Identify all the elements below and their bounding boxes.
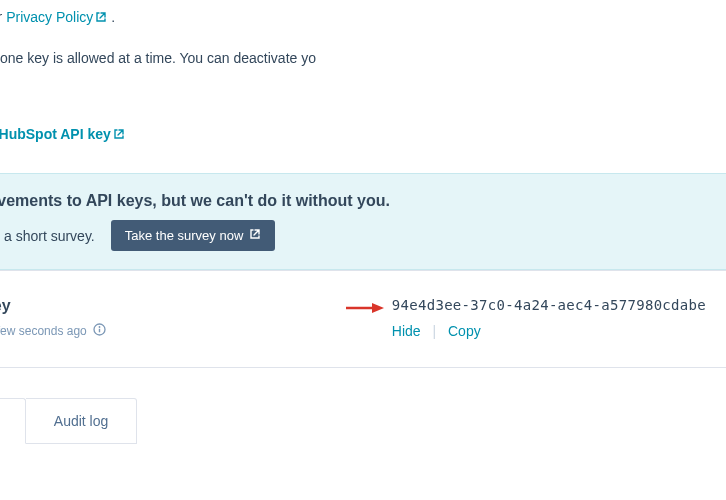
tab-audit-log[interactable]: Audit log xyxy=(26,398,137,444)
banner-subtitle: ovide your feedback in a short survey. xyxy=(0,228,95,244)
external-link-icon xyxy=(95,7,107,29)
learn-more-link[interactable]: e about the HubSpot API key xyxy=(0,126,125,142)
svg-rect-2 xyxy=(99,329,100,333)
take-survey-button[interactable]: Take the survey now xyxy=(111,220,276,251)
hide-key-button[interactable]: Hide xyxy=(392,323,421,339)
info-icon[interactable] xyxy=(93,323,106,339)
tabs: g Audit log xyxy=(0,398,726,444)
svg-marker-4 xyxy=(372,303,384,313)
banner-title: We're planning some big improvements to … xyxy=(0,192,706,210)
arrow-icon xyxy=(344,301,384,317)
api-key-heading: e API key xyxy=(0,297,106,315)
api-key-value: 94e4d3ee-37c0-4a24-aec4-a577980cdabe xyxy=(392,297,706,313)
api-key-updated: updated a few seconds ago xyxy=(0,323,106,339)
intro-paragraph-1: n, see our Privacy Policy . xyxy=(0,6,726,29)
intro-paragraph-2: s specific to a HubSpot account, not an … xyxy=(0,47,726,69)
intro-text-suffix: . xyxy=(107,9,115,25)
svg-point-1 xyxy=(98,326,100,328)
feedback-banner: We're planning some big improvements to … xyxy=(0,173,726,270)
external-link-icon xyxy=(113,127,125,143)
api-key-section: e API key updated a few seconds ago 94e4… xyxy=(0,270,726,368)
privacy-policy-link[interactable]: Privacy Policy xyxy=(6,9,107,25)
tab-call-log[interactable]: g xyxy=(0,398,26,444)
copy-key-button[interactable]: Copy xyxy=(448,323,481,339)
separator: | xyxy=(432,323,436,339)
external-link-icon xyxy=(249,228,261,243)
